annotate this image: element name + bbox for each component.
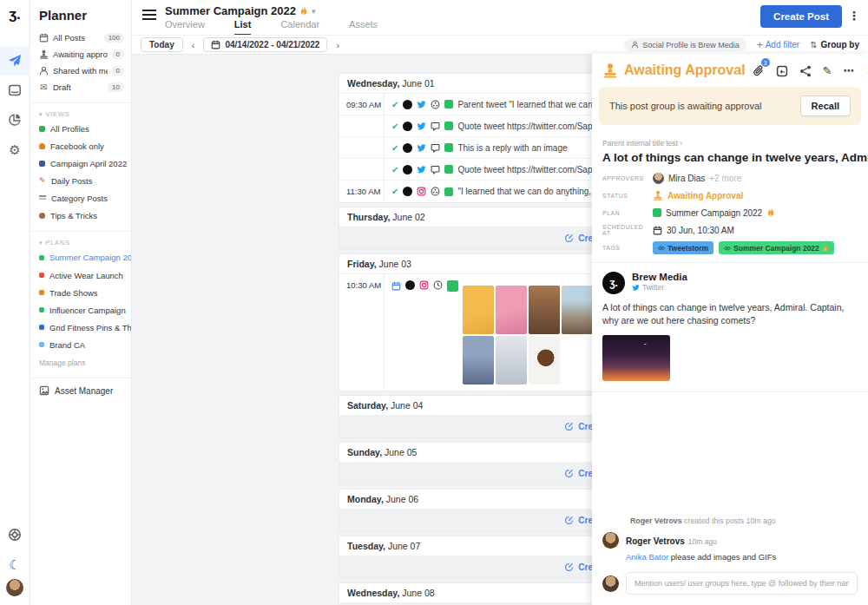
edit-button[interactable]: ✎ [823, 64, 832, 77]
plans-section-header[interactable]: ▾PLANS [30, 231, 131, 248]
create-post-button[interactable]: Create Post [760, 5, 842, 28]
plan-item-summer-campaign[interactable]: Summer Campaign 2022 [30, 248, 131, 266]
moon-icon: ☾ [9, 558, 20, 571]
attachment-count-badge: 3 [761, 58, 770, 67]
post-text: A lot of things can change in twelve yea… [602, 301, 858, 327]
tab-overview[interactable]: Overview [165, 19, 205, 36]
plan-item-active-wear[interactable]: Active Wear Launch [30, 266, 131, 284]
comment-input[interactable] [626, 572, 858, 595]
app-logo[interactable]: ʒ. [9, 7, 21, 22]
account-avatar [403, 165, 412, 174]
rail-item-planner[interactable] [0, 46, 30, 76]
share-button[interactable] [799, 62, 812, 78]
activity-event: Roger Vetrovs created this posts 10m ago [630, 516, 858, 525]
tab-calendar[interactable]: Calendar [280, 19, 319, 36]
recall-button[interactable]: Recall [800, 95, 851, 116]
views-section-header[interactable]: ▾VIEWS [30, 102, 131, 120]
rail-item-inbox[interactable] [0, 76, 30, 105]
post-image[interactable] [529, 336, 560, 385]
more-approvers-link[interactable]: +2 more [709, 174, 741, 183]
post-image[interactable] [496, 336, 527, 385]
comment-bubble-icon [431, 122, 440, 131]
sidebar-filter-all-posts[interactable]: All Posts 100 [30, 30, 131, 46]
tab-assets[interactable]: Assets [349, 19, 378, 36]
post-image[interactable] [463, 286, 494, 334]
hamburger-menu-icon[interactable] [142, 10, 156, 20]
post-image[interactable] [529, 286, 560, 334]
tab-bar: Overview List Calendar Assets [165, 19, 378, 36]
plan-color-square [447, 280, 458, 292]
view-icon [39, 195, 46, 201]
versions-button[interactable] [776, 62, 788, 78]
commenter-avatar[interactable] [602, 532, 619, 549]
rail-item-dark-mode[interactable]: ☾ [0, 549, 30, 579]
user-avatar[interactable] [6, 579, 23, 596]
breadcrumb[interactable]: Parent internal title test › [592, 135, 868, 149]
plan-item-trade-shows[interactable]: Trade Shows [30, 284, 131, 301]
instagram-icon [419, 280, 429, 290]
pie-chart-icon [8, 113, 22, 127]
approved-check-icon: ✔ [391, 165, 398, 174]
view-item-daily-posts[interactable]: ✎Daily Posts [30, 172, 131, 189]
approved-check-icon: ✔ [391, 143, 398, 153]
rail-item-help[interactable] [0, 520, 30, 549]
attachments-button[interactable]: 3 [753, 62, 765, 78]
brand-avatar: ʒ. [602, 272, 625, 294]
kebab-menu-icon[interactable]: ⋮ [848, 9, 860, 23]
tag-summer-campaign[interactable]: Summer Campaign 2022 [719, 241, 834, 254]
post-detail-panel: Awaiting Approval 3 ✎ ⋯ × This post grou… [592, 54, 868, 605]
active-filter-pill[interactable]: Social Profile is Brew Media [624, 38, 746, 51]
post-image[interactable] [562, 286, 593, 334]
next-week-chevron[interactable]: › [334, 40, 341, 50]
flame-icon [299, 6, 308, 16]
rail-item-analytics[interactable] [0, 105, 30, 135]
view-item-facebook-only[interactable]: Facebook only [30, 137, 131, 155]
tag-tweetstorm[interactable]: Tweetstorm [653, 241, 713, 254]
mention-link[interactable]: Anika Bator [626, 552, 668, 562]
planner-sidebar: Planner All Posts 100 Awaiting approval … [30, 0, 132, 605]
twitter-icon [417, 165, 426, 174]
pencil-icon: ✎ [39, 176, 46, 185]
sidebar-filter-shared-with-me[interactable]: Shared with me 0 [30, 62, 131, 79]
account-avatar [403, 187, 412, 196]
page-title[interactable]: Summer Campaign 2022 ▾ [165, 4, 316, 17]
post-attachment-image[interactable] [602, 335, 670, 381]
post-image[interactable] [463, 336, 494, 385]
post-title: A lot of things can change in twelve yea… [592, 149, 868, 169]
plan-item-influencer[interactable]: Influencer Campaign [30, 301, 131, 319]
view-item-campaign-april[interactable]: Campaign April 2022 [30, 155, 131, 172]
view-item-tips-tricks[interactable]: Tips & Tricks [30, 207, 131, 224]
share-icon [799, 65, 812, 77]
view-icon [39, 161, 45, 167]
post-time: 11:30 AM [339, 181, 385, 202]
prev-week-chevron[interactable]: ‹ [190, 40, 197, 50]
twitter-icon [417, 100, 426, 109]
account-avatar [403, 143, 412, 153]
count-badge: 100 [104, 33, 124, 43]
current-user-avatar [602, 575, 619, 592]
flame-icon [766, 207, 775, 218]
plan-color-dot [39, 342, 44, 347]
sidebar-filter-draft[interactable]: ✉ Draft 10 [30, 79, 131, 95]
instagram-icon [417, 187, 426, 196]
add-filter-button[interactable]: +Add filter [757, 39, 799, 51]
scheduled-calendar-icon [391, 281, 401, 291]
compose-icon [564, 422, 574, 431]
manage-plans-link[interactable]: Manage plans [30, 353, 131, 372]
tab-list[interactable]: List [234, 19, 252, 36]
asset-manager-item[interactable]: Asset Manager [30, 378, 131, 403]
post-image[interactable] [496, 286, 527, 334]
group-by-button[interactable]: ⇅Group by [810, 40, 859, 49]
view-item-category-posts[interactable]: Category Posts [30, 189, 131, 207]
plan-item-brand-ca[interactable]: Brand CA [30, 336, 131, 353]
sidebar-filter-awaiting-approval[interactable]: Awaiting approval 0 [30, 46, 131, 62]
today-button[interactable]: Today [141, 37, 183, 52]
plan-color-square [444, 165, 453, 174]
plan-item-grid-fitness[interactable]: Grid Fitness Pins & Thread [30, 319, 131, 336]
date-range-picker[interactable]: 04/14/2022 - 04/21/2022 [203, 37, 327, 52]
help-ring-icon [8, 528, 22, 542]
post-preview: ʒ. Brew Media Twitter A lot of things ca… [592, 262, 868, 391]
view-item-all-profiles[interactable]: All Profiles [30, 120, 131, 137]
rail-item-settings[interactable]: ⚙ [0, 135, 30, 164]
more-options-button[interactable]: ⋯ [843, 64, 855, 77]
